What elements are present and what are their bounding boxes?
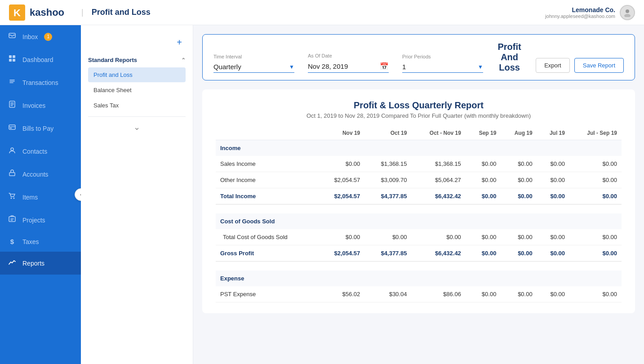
dashboard-icon bbox=[7, 54, 17, 65]
divider bbox=[88, 116, 186, 117]
sub-panel-item-sales-tax[interactable]: Sales Tax bbox=[88, 98, 186, 113]
time-interval-chevron-icon: ▼ bbox=[289, 64, 294, 70]
company-name: Lemonade Co. bbox=[545, 6, 615, 13]
sidebar-item-label: Dashboard bbox=[22, 56, 53, 63]
total-income-jul19: $0.00 bbox=[537, 188, 569, 204]
report-table: Nov 19 Oct 19 Oct - Nov 19 Sep 19 Aug 19… bbox=[216, 126, 622, 302]
other-income-jul-sep19: $0.00 bbox=[569, 172, 622, 188]
total-cogs-nov19: $0.00 bbox=[318, 229, 364, 245]
avatar[interactable] bbox=[620, 5, 635, 20]
gross-profit-nov19: $2,054.57 bbox=[318, 245, 364, 262]
table-header-row: Nov 19 Oct 19 Oct - Nov 19 Sep 19 Aug 19… bbox=[216, 126, 622, 140]
col-aug19: Aug 19 bbox=[501, 126, 537, 140]
total-cogs-sep19: $0.00 bbox=[466, 229, 501, 245]
transactions-icon bbox=[7, 77, 17, 88]
page-title: Profit and Loss bbox=[92, 8, 151, 17]
sidebar-item-items[interactable]: Items bbox=[0, 186, 81, 209]
sidebar-item-inbox[interactable]: Inbox 1 bbox=[0, 25, 81, 48]
prior-periods-select[interactable]: 1 ▼ bbox=[402, 61, 483, 73]
total-cogs-label: Total Cost of Goods Sold bbox=[216, 229, 318, 245]
sales-income-label: Sales Income bbox=[216, 156, 318, 172]
prior-periods-value: 1 bbox=[402, 63, 475, 71]
sidebar-item-projects[interactable]: Projects bbox=[0, 209, 81, 231]
gross-profit-oct-nov19: $6,432.42 bbox=[411, 245, 465, 262]
bills-icon bbox=[7, 123, 17, 133]
total-cogs-jul19: $0.00 bbox=[537, 229, 569, 245]
logo-area: K kashoo bbox=[9, 4, 64, 21]
items-icon bbox=[7, 192, 17, 202]
pst-expense-sep19: $0.00 bbox=[466, 286, 501, 302]
add-report-button[interactable]: + bbox=[173, 36, 186, 49]
col-oct19: Oct 19 bbox=[364, 126, 411, 140]
sub-panel-section: Standard Reports ⌃ Profit and Loss Balan… bbox=[81, 52, 193, 134]
reports-icon bbox=[7, 258, 17, 268]
gross-profit-jul19: $0.00 bbox=[537, 245, 569, 262]
gross-profit-row: Gross Profit $2,054.57 $4,377.85 $6,432.… bbox=[216, 245, 622, 262]
sidebar-item-label: Reports bbox=[22, 260, 44, 267]
col-oct-nov19: Oct - Nov 19 bbox=[411, 126, 465, 140]
sidebar-item-contacts[interactable]: Contacts bbox=[0, 140, 81, 163]
sidebar-item-bills-pay[interactable]: Bills to Pay bbox=[0, 117, 81, 140]
svg-point-15 bbox=[13, 198, 15, 199]
gross-profit-jul-sep19: $0.00 bbox=[569, 245, 622, 262]
col-sep19: Sep 19 bbox=[466, 126, 501, 140]
table-row: PST Expense $56.02 $30.04 $86.06 $0.00 $… bbox=[216, 286, 622, 302]
sales-income-nov19: $0.00 bbox=[318, 156, 364, 172]
sidebar-item-taxes[interactable]: $ Taxes bbox=[0, 231, 81, 252]
spacer-row bbox=[216, 204, 622, 214]
svg-rect-6 bbox=[13, 55, 15, 58]
sub-panel-item-profit-loss[interactable]: Profit and Loss bbox=[88, 67, 186, 82]
expense-label: Expense bbox=[216, 271, 622, 286]
other-income-nov19: $2,054.57 bbox=[318, 172, 364, 188]
sub-panel-header: Standard Reports ⌃ bbox=[88, 52, 186, 67]
sidebar-item-invoices[interactable]: Invoices bbox=[0, 94, 81, 117]
sidebar-item-label: Items bbox=[22, 194, 38, 201]
sub-panel-item-balance-sheet[interactable]: Balance Sheet bbox=[88, 83, 186, 98]
sidebar-item-dashboard[interactable]: Dashboard bbox=[0, 48, 81, 71]
main-content: Time Interval Quarterly ▼ As Of Date Nov… bbox=[193, 25, 644, 364]
sidebar-item-accounts[interactable]: Accounts bbox=[0, 163, 81, 186]
gross-profit-sep19: $0.00 bbox=[466, 245, 501, 262]
other-income-aug19: $0.00 bbox=[501, 172, 537, 188]
svg-point-2 bbox=[626, 9, 629, 13]
prior-periods-group: Prior Periods 1 ▼ bbox=[402, 54, 483, 73]
sidebar-item-transactions[interactable]: Transactions bbox=[0, 71, 81, 94]
cogs-label: Cost of Goods Sold bbox=[216, 213, 622, 229]
table-row: Total Cost of Goods Sold $0.00 $0.00 $0.… bbox=[216, 229, 622, 245]
header-divider: | bbox=[81, 8, 84, 17]
pst-expense-oct-nov19: $86.06 bbox=[411, 286, 465, 302]
export-button[interactable]: Export bbox=[536, 58, 570, 73]
calendar-icon: 📅 bbox=[380, 62, 389, 71]
sales-income-oct19: $1,368.15 bbox=[364, 156, 411, 172]
svg-point-14 bbox=[11, 198, 12, 199]
taxes-icon: $ bbox=[7, 238, 17, 245]
pst-expense-aug19: $0.00 bbox=[501, 286, 537, 302]
prior-periods-label: Prior Periods bbox=[402, 54, 483, 59]
table-row: Other Income $2,054.57 $3,009.70 $5,064.… bbox=[216, 172, 622, 188]
sidebar-item-reports[interactable]: Reports bbox=[0, 252, 81, 275]
other-income-sep19: $0.00 bbox=[466, 172, 501, 188]
sidebar-item-label: Contacts bbox=[22, 148, 47, 155]
total-income-aug19: $0.00 bbox=[501, 188, 537, 204]
filter-bar: Time Interval Quarterly ▼ As Of Date Nov… bbox=[202, 34, 635, 80]
contacts-icon bbox=[7, 146, 17, 156]
header-right: Lemonade Co. johnny.appleseed@kashoo.com bbox=[545, 5, 635, 20]
total-cogs-jul-sep19: $0.00 bbox=[569, 229, 622, 245]
as-of-date-value: Nov 28, 2019 bbox=[308, 62, 377, 70]
pst-expense-jul-sep19: $0.00 bbox=[569, 286, 622, 302]
pst-expense-nov19: $56.02 bbox=[318, 286, 364, 302]
total-income-nov19: $2,054.57 bbox=[318, 188, 364, 204]
save-report-button[interactable]: Save Report bbox=[574, 58, 624, 73]
chevron-down-icon[interactable]: ⌄ bbox=[133, 122, 140, 132]
time-interval-select[interactable]: Quarterly ▼ bbox=[213, 61, 294, 73]
other-income-oct19: $3,009.70 bbox=[364, 172, 411, 188]
sidebar-item-label: Invoices bbox=[22, 102, 45, 109]
svg-point-12 bbox=[11, 148, 13, 151]
sidebar-item-label: Taxes bbox=[22, 238, 39, 245]
as-of-date-input[interactable]: Nov 28, 2019 📅 bbox=[308, 60, 389, 73]
income-label: Income bbox=[216, 140, 622, 156]
report-heading: Profit & Loss Quarterly Report Oct 1, 20… bbox=[216, 100, 622, 119]
as-of-date-group: As Of Date Nov 28, 2019 📅 bbox=[308, 53, 389, 73]
col-jul19: Jul 19 bbox=[537, 126, 569, 140]
accounts-icon bbox=[7, 169, 17, 179]
